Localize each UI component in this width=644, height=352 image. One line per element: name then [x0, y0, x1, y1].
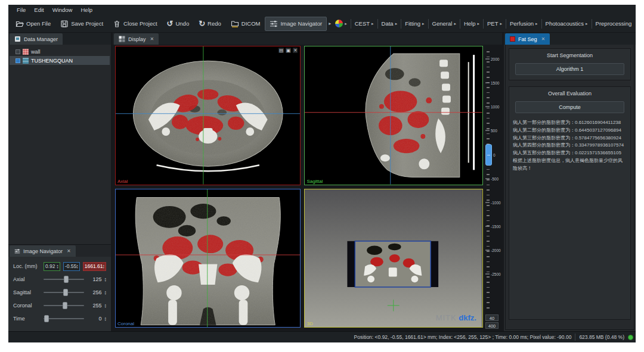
open-file-button[interactable]: Open File — [11, 17, 55, 31]
slider-handle[interactable] — [63, 302, 67, 309]
coronal-viewport[interactable]: Coronal — [115, 189, 301, 328]
data-manager-icon — [14, 36, 21, 42]
level-window-ruler[interactable]: 2000 1500 1000 500 0 -500 -1000 -1500 -2… — [485, 47, 501, 313]
location-y-spinbox[interactable]: -0.55 ▴▾ — [63, 262, 80, 271]
spinner-arrows-icon[interactable]: ▴▾ — [104, 303, 106, 308]
view-category-perfusion[interactable]: Perfusion ▸ — [507, 18, 540, 29]
window-value[interactable]: 400 — [485, 322, 499, 329]
evaluation-results: 病人第一部分的脂肪密度为：0.6126016904411238 病人第二部分的脂… — [513, 119, 627, 173]
redo-button[interactable]: ↻ Redo — [194, 17, 226, 30]
view-category-preprocessing[interactable]: Preprocessing ▸ — [593, 18, 633, 29]
slider-handle[interactable] — [63, 289, 68, 296]
algorithm-1-button[interactable]: Algorithm 1 — [515, 63, 624, 75]
location-z-spinbox[interactable]: 1661.61 ▴▾ — [83, 262, 106, 271]
slider-handle[interactable] — [44, 315, 49, 322]
tab-data-manager[interactable]: Data Manager — [10, 33, 63, 45]
save-project-icon — [60, 20, 69, 28]
image-navigator-tabbar: Image Navigator ✕ — [8, 245, 111, 257]
result-line: 病人第三部分的脂肪密度为：0.5784775656380924 — [513, 135, 627, 142]
visibility-checkbox[interactable] — [16, 49, 20, 54]
surface-node-icon — [23, 49, 29, 55]
coronal-slider[interactable] — [44, 305, 84, 306]
threed-scene[interactable] — [305, 189, 482, 328]
location-x-spinbox[interactable]: 0.92 ▴▾ — [44, 262, 60, 271]
sagittal-viewport[interactable]: Sagittal — [304, 46, 483, 185]
slider-handle[interactable] — [64, 276, 69, 283]
close-icon[interactable]: ✕ — [541, 36, 546, 42]
dicom-icon — [231, 20, 239, 28]
time-slider[interactable] — [44, 318, 84, 319]
mitk-logo: MITK — [436, 313, 457, 322]
viewport-layout-icon[interactable]: ▣ — [286, 48, 291, 53]
view-category-cest[interactable]: CEST ▸ — [352, 18, 376, 29]
toolbar-separator — [506, 19, 506, 29]
visibility-checkbox[interactable] — [16, 58, 20, 63]
axial-viewport[interactable]: ▤ ▣ ✕ Axial — [115, 46, 301, 185]
compute-button[interactable]: Compute — [515, 101, 624, 113]
memory-usage: 623.85 MB (0.48 %) — [579, 334, 624, 340]
viewport-fullscreen-icon[interactable]: ✕ — [293, 48, 298, 53]
axial-slider[interactable] — [44, 279, 84, 280]
toolbar-separator — [541, 19, 542, 29]
spinner-arrows-icon[interactable]: ▴▾ — [76, 264, 78, 269]
open-file-icon — [16, 20, 24, 28]
level-window-handle[interactable] — [485, 144, 492, 166]
spinner-arrows-icon[interactable]: ▴▾ — [57, 264, 58, 269]
menu-help[interactable]: Help — [77, 6, 96, 14]
memory-status-icon[interactable] — [628, 335, 633, 340]
view-category-general[interactable]: General ▸ — [430, 18, 459, 29]
tab-fat-seg[interactable]: Fat Seg ✕ — [505, 33, 550, 45]
sagittal-slider[interactable] — [44, 292, 84, 293]
spinner-arrows-icon[interactable]: ▴▾ — [104, 290, 106, 295]
view-category-photoacoustics[interactable]: Photoacoustics ▸ — [543, 18, 590, 29]
dropdown-arrow-icon: ▸ — [371, 21, 374, 26]
toolbar-extension-arrow-icon[interactable]: ▸ — [327, 21, 333, 26]
menu-file[interactable]: File — [13, 6, 29, 14]
menu-window[interactable]: Window — [49, 6, 76, 14]
spinner-arrows-icon[interactable]: ▴▾ — [103, 264, 104, 269]
threed-viewport[interactable]: MITK dkfz. 3D — [304, 189, 483, 328]
save-project-button[interactable]: Save Project — [55, 17, 108, 31]
spinner-arrows-icon[interactable]: ▴▾ — [104, 277, 106, 282]
result-line: 病人第二部分的脂肪密度为：0.6445037127096894 — [513, 127, 627, 135]
view-category-fitting[interactable]: Fitting ▸ — [402, 18, 426, 29]
close-icon[interactable]: ✕ — [150, 36, 154, 42]
viewport-menu-icon[interactable]: ▤ — [278, 48, 284, 53]
viewport-label-coronal: Coronal — [117, 321, 134, 326]
sagittal-slider-row: Sagittal 256 ▴▾ — [13, 286, 106, 299]
result-line: 病人第五部分的脂肪密度为：0.0221571536655105 — [513, 149, 627, 157]
level-value[interactable]: 40 — [485, 314, 499, 321]
tab-display[interactable]: Display ✕ — [114, 33, 159, 45]
close-project-button[interactable]: Close Project — [108, 17, 162, 31]
view-category-data[interactable]: Data ▸ — [379, 18, 400, 29]
close-icon[interactable]: ✕ — [67, 248, 71, 254]
undo-button[interactable]: ↺ Undo — [162, 17, 194, 30]
view-category-help[interactable]: Help ▸ — [462, 18, 482, 29]
spinner-arrows-icon[interactable]: ▴▾ — [104, 316, 106, 321]
toolbar-separator — [351, 19, 351, 29]
overall-evaluation-label: Overall Evaluation — [513, 91, 627, 96]
view-category-pet[interactable]: PET ▸ — [485, 18, 504, 29]
result-line: 病人第四部分的脂肪密度为：0.33479978936107574 — [513, 142, 627, 149]
viewport-controls: ▤ ▣ ✕ — [278, 48, 298, 53]
dropdown-arrow-icon: ▸ — [500, 21, 502, 26]
coronal-ct-image[interactable] — [116, 189, 300, 328]
position-status: Position: <0.92, -0.55, 1661.61> mm; Ind… — [354, 334, 572, 340]
dropdown-arrow-icon: ▸ — [422, 21, 425, 26]
data-node-wall[interactable]: wall — [10, 47, 110, 56]
tab-image-navigator[interactable]: Image Navigator ✕ — [10, 245, 76, 257]
axial-ct-image[interactable] — [116, 46, 300, 185]
image-navigator-button[interactable]: Image Navigator — [265, 17, 327, 31]
fat-seg-tabbar: Fat Seg ✕ — [504, 33, 636, 45]
workbench-content: Data Manager wall TUSHENGQUAN — [8, 33, 636, 331]
plugin-view-toolbar: ▸ CEST ▸ Data ▸ Fitting ▸ General ▸ — [333, 18, 633, 29]
dicom-button[interactable]: DICOM — [226, 17, 265, 31]
dropdown-arrow-icon: ▸ — [535, 21, 538, 26]
viewport-label-axial: Axial — [117, 179, 128, 184]
data-node-tushengquan[interactable]: TUSHENGQUAN — [10, 56, 110, 65]
toolbar-separator — [377, 19, 378, 29]
sagittal-ct-image[interactable] — [305, 46, 482, 185]
view-category-colormap[interactable]: ▸ — [333, 18, 349, 29]
menu-edit[interactable]: Edit — [30, 6, 47, 14]
statusbar-separator — [575, 334, 575, 341]
